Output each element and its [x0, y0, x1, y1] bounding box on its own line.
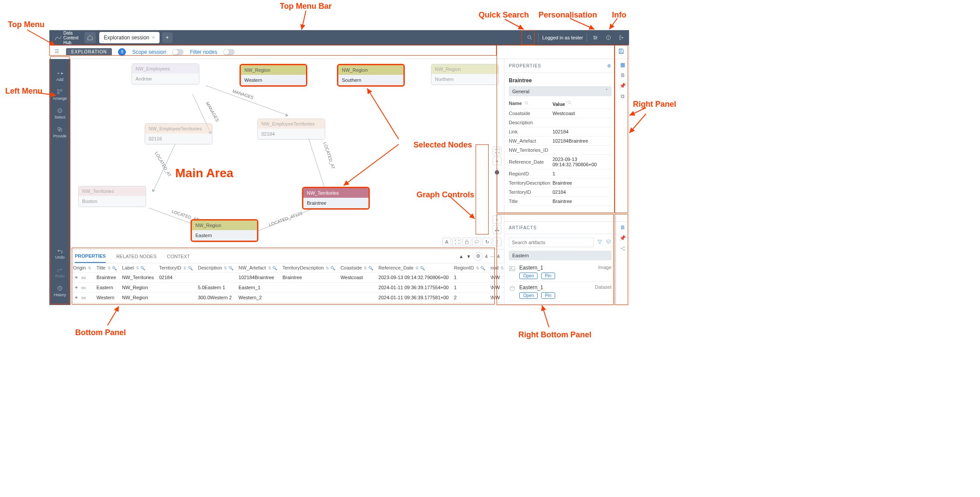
table-row[interactable]: ⚭▭WesternNW_Region300.0Western 2Western_…	[70, 293, 504, 303]
save-button[interactable]	[618, 48, 625, 56]
layout-button[interactable]	[493, 225, 501, 234]
rail-share-icon[interactable]	[620, 245, 626, 253]
svg-rect-20	[510, 267, 515, 271]
logout-button[interactable]	[617, 33, 626, 42]
node-empterr-02184[interactable]: NW_EmployeeTerritories 02184	[257, 119, 325, 140]
refresh-button[interactable]: ↻	[483, 238, 491, 246]
node-empterr-02116[interactable]: NW_EmployeeTerritories 02116	[145, 123, 212, 144]
search-icon[interactable]	[566, 100, 573, 106]
info-button[interactable]	[604, 33, 613, 42]
property-row: Description	[509, 118, 612, 127]
hamburger-button[interactable]	[54, 48, 60, 56]
left-redo[interactable]: Redo	[55, 263, 65, 282]
node-territories-braintree[interactable]: NW_Territories Braintree	[302, 187, 370, 210]
rail-copy-icon[interactable]: ⧉	[621, 93, 625, 99]
zoom-slider[interactable]	[497, 168, 498, 212]
fit-button[interactable]: ⛶	[493, 147, 501, 155]
annot-left-menu: Left Menu	[5, 87, 42, 96]
dataset-icon	[509, 285, 516, 292]
col-reference_date[interactable]: Reference_Date ⇅ 🔍	[376, 263, 452, 273]
artifact-open-btn[interactable]: Open	[519, 273, 538, 279]
lock-button[interactable]	[462, 238, 471, 246]
left-add[interactable]: ＋ ▸Add	[56, 67, 64, 85]
properties-body[interactable]: Braintree General ˅ Name Value	[504, 73, 616, 221]
table-settings[interactable]: ⚙	[474, 252, 483, 261]
artifact-open-btn[interactable]: Open	[519, 292, 538, 299]
properties-panel: PROPERTIES ⚙ Braintree General ˅ Name	[504, 59, 616, 221]
search-icon[interactable]	[524, 100, 530, 106]
artifact-pin-btn[interactable]: Pin	[541, 273, 555, 279]
col-coastside[interactable]: Coastside ⇅ 🔍	[338, 263, 376, 273]
table-row[interactable]: ⚭▭BraintreeNW_Territories02184102184Brai…	[70, 273, 504, 283]
zoom-in-button[interactable]: +	[493, 157, 501, 165]
col-origin[interactable]: Origin ⇅	[70, 263, 94, 273]
table-row[interactable]: ⚭▭EasternNW_Region5.0Eastern 1Eastern_12…	[70, 283, 504, 293]
node-region-eastern[interactable]: NW_Region Eastern	[191, 219, 258, 242]
left-select[interactable]: Select	[54, 104, 65, 123]
node-region-western[interactable]: NW_Region Western	[240, 64, 307, 87]
scope-toggle[interactable]	[172, 49, 184, 55]
close-icon[interactable]: ×	[152, 35, 155, 41]
bottom-table[interactable]: Origin ⇅Title ⇅ 🔍Label ⇅ 🔍TerritoryID ⇅ …	[70, 263, 504, 305]
properties-general-toggle[interactable]: General ˅	[509, 86, 612, 96]
rail-doc-icon[interactable]: 🗎	[620, 72, 626, 78]
node-region-northern[interactable]: NW_Region Northern	[431, 64, 499, 85]
more-button[interactable]: ⋮	[493, 238, 501, 246]
col-regionid[interactable]: RegionID ⇅ 🔍	[451, 263, 488, 273]
personalisation-button[interactable]	[591, 33, 600, 42]
layers-icon[interactable]	[605, 239, 612, 246]
left-provide[interactable]: Provide	[53, 123, 67, 142]
home-button[interactable]	[84, 32, 96, 43]
svg-point-1	[594, 36, 595, 37]
chevron-down-icon: ˅	[605, 88, 608, 94]
col-nod[interactable]: nod ⇅ 🔍	[488, 263, 504, 273]
filter-icon[interactable]	[597, 239, 603, 246]
node-region-southern[interactable]: NW_Region Southern	[337, 64, 405, 87]
fullscreen-button[interactable]: ⛶	[452, 238, 461, 246]
col-title[interactable]: Title ⇅ 🔍	[94, 263, 119, 273]
label-toggle[interactable]: A	[442, 238, 451, 246]
col-nw_artefact[interactable]: NW_Artefact ⇅ 🔍	[236, 263, 280, 273]
chevron-down-icon[interactable]: ▼	[466, 254, 471, 259]
plus-icon: +	[166, 35, 169, 41]
tab-related-nodes[interactable]: RELATED NODES	[116, 250, 156, 262]
artifacts-group-eastern[interactable]: Eastern	[509, 251, 612, 260]
search-button[interactable]	[525, 33, 535, 42]
col-label[interactable]: Label ⇅ 🔍	[119, 263, 156, 273]
col-description[interactable]: Description ⇅ 🔍	[195, 263, 236, 273]
filter-nodes-link[interactable]: Filter nodes	[190, 49, 217, 55]
left-undo[interactable]: Undo	[55, 244, 65, 263]
left-arrange[interactable]: Arrange	[53, 85, 67, 104]
tab-add-button[interactable]: +	[162, 32, 173, 43]
left-history[interactable]: History	[54, 282, 66, 301]
tab-properties[interactable]: PROPERTIES	[75, 250, 106, 263]
svg-point-18	[525, 102, 528, 104]
node-territories-boston[interactable]: NW_Territories Boston	[78, 186, 146, 207]
col-territorydescription[interactable]: TerritoryDescription ⇅ 🔍	[280, 263, 338, 273]
artifacts-body[interactable]: Eastern Eastern_1Image Open Pin Eastern_…	[504, 234, 616, 305]
properties-settings-btn[interactable]: ⚙	[607, 63, 612, 68]
rail-pin2-icon[interactable]: 📌	[619, 235, 626, 241]
left-select-label: Select	[54, 115, 65, 119]
property-row: CoastsideWestcoast	[509, 109, 612, 118]
edge-label-manages-2: MANAGES	[232, 89, 254, 100]
scope-session-link[interactable]: Scope session	[132, 49, 166, 55]
node-employees-andrew[interactable]: NW_Employees Andrew	[132, 63, 199, 84]
artifacts-search-input[interactable]	[509, 238, 594, 247]
col-territoryid[interactable]: TerritoryID ⇅ 🔍	[156, 263, 195, 273]
rail-pin-icon[interactable]: 📌	[619, 83, 626, 89]
rail-artifacts-icon[interactable]: 🗎	[620, 224, 626, 231]
property-row: TitleBraintree	[509, 197, 612, 206]
zoom-out-button[interactable]: −	[493, 215, 501, 224]
lasso-button[interactable]	[473, 238, 481, 246]
tab-exploration-session[interactable]: Exploration session ×	[99, 32, 159, 43]
annot-personalisation: Personalisation	[539, 10, 597, 20]
filter-toggle[interactable]	[223, 49, 235, 55]
tab-context[interactable]: CONTEXT	[167, 250, 190, 262]
artifact-pin-btn[interactable]: Pin	[541, 292, 555, 299]
rail-properties-icon[interactable]: ▦	[620, 62, 625, 68]
graph-canvas[interactable]: MANAGES MANAGES LOCATED_AT LOCATED_AT LO…	[70, 59, 504, 249]
chevron-up-icon[interactable]: ▲	[459, 254, 464, 259]
annot-quick-search: Quick Search	[479, 10, 529, 20]
svg-point-8	[58, 108, 62, 112]
